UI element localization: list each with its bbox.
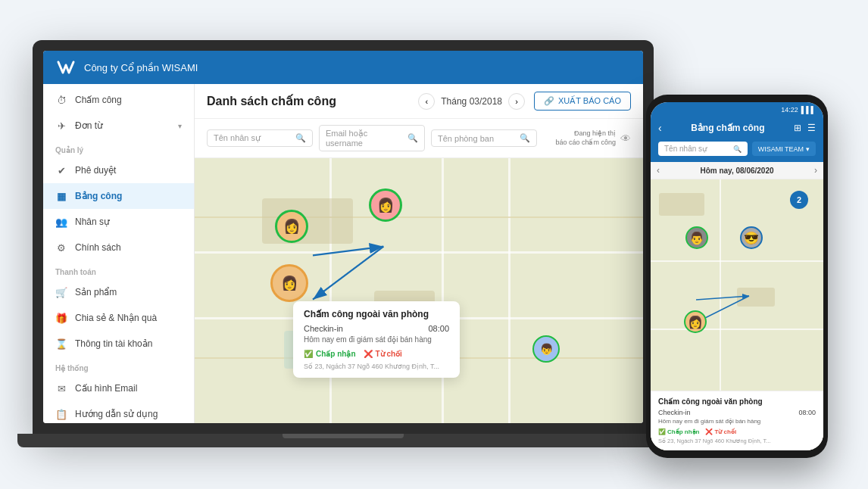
sidebar-label-dontu: Đơn từ xyxy=(75,120,103,131)
people-icon: 👥 xyxy=(55,216,67,228)
search-name-placeholder: Tên nhân sự xyxy=(214,133,261,143)
phone-next-icon[interactable]: › xyxy=(814,165,817,176)
month-nav: ‹ Tháng 03/2018 › xyxy=(418,93,525,110)
phone-status-bar: 14:22 ▌▌▌ xyxy=(651,102,823,117)
phone-accept-label: Chấp nhận xyxy=(667,428,699,435)
sidebar-item-taikhoan[interactable]: ⌛ Thông tin tài khoản xyxy=(43,331,194,357)
section-hethong: Hệ thống xyxy=(43,357,194,375)
sidebar-item-chinhsach[interactable]: ⚙ Chính sách xyxy=(43,235,194,260)
sidebar-item-bangcong[interactable]: ▦ Bảng công xyxy=(43,183,194,209)
export-button[interactable]: 🔗 XUẤT BÁO CÁO xyxy=(534,92,631,111)
face-bottomright: 👦 xyxy=(534,337,558,361)
phone-badge-2: 2 xyxy=(790,191,808,209)
chart-icon: ▦ xyxy=(55,190,67,202)
phone-search-input[interactable]: Tên nhân sự 🔍 xyxy=(658,142,748,156)
popup-title: Chấm công ngoài văn phòng xyxy=(304,309,449,319)
month-label: Tháng 03/2018 xyxy=(441,96,502,107)
face-topleft: 👩 xyxy=(277,212,306,241)
email-icon: ✉ xyxy=(55,382,67,394)
section-quanly: Quản lý xyxy=(43,139,194,157)
map-background: 👩 👩 👩 xyxy=(195,158,643,423)
search-room-input[interactable]: Tên phòng ban 🔍 xyxy=(431,129,537,147)
laptop-base xyxy=(17,434,669,447)
popup-note: Hôm nay em đi giám sát đội bán hàng xyxy=(304,335,449,344)
guide-icon: 📋 xyxy=(55,408,67,420)
sidebar-label-chamcong: Chấm công xyxy=(75,95,122,105)
sidebar-item-chamcong[interactable]: ⏱ Chấm công xyxy=(43,87,194,113)
prev-month-button[interactable]: ‹ xyxy=(418,93,435,110)
main-content: Danh sách chấm công ‹ Tháng 03/2018 › 🔗 … xyxy=(195,84,643,423)
svg-line-4 xyxy=(696,296,749,300)
face-topright: 👩 xyxy=(371,191,400,220)
sidebar-item-email[interactable]: ✉ Cấu hình Email xyxy=(43,375,194,401)
map-avatar-topright: 👩 xyxy=(369,188,402,222)
section-thanhtoan: Thanh toán xyxy=(43,260,194,279)
phone-grid-icon[interactable]: ⊞ xyxy=(794,123,801,133)
popup-checkin-time: 08:00 xyxy=(428,324,449,333)
phone-search-placeholder: Tên nhân sự xyxy=(664,145,707,153)
phone-time: 14:22 xyxy=(781,106,798,114)
accept-label: Chấp nhận xyxy=(316,350,356,358)
laptop-body: Công ty Cổ phần WISAMI ⏱ Chấm công ✈ Đơn… xyxy=(33,40,654,434)
reject-button[interactable]: ❌ Từ chối xyxy=(364,350,402,358)
accept-button[interactable]: ✅ Chấp nhận xyxy=(304,350,356,358)
phone-accept-icon: ✅ xyxy=(658,428,666,435)
phone-face2: 😎 xyxy=(742,228,761,248)
search-email-icon: 🔍 xyxy=(407,133,418,143)
clock-icon: ⏱ xyxy=(55,94,67,106)
search-name-input[interactable]: Tên nhân sự 🔍 xyxy=(207,129,313,147)
search-email-placeholder: Email hoặc username xyxy=(326,129,403,148)
sidebar-item-dontU[interactable]: ✈ Đơn từ ▾ xyxy=(43,113,194,139)
app-header: Công ty Cổ phần WISAMI xyxy=(43,51,643,84)
phone-face1: 👨 xyxy=(687,228,707,248)
sidebar-label-chiase: Chia sẻ & Nhận quà xyxy=(75,313,157,323)
sidebar: ⏱ Chấm công ✈ Đơn từ ▾ Quản lý ✔ Phê duy… xyxy=(43,84,195,423)
phone-face3: 👩 xyxy=(685,312,705,332)
next-month-button[interactable]: › xyxy=(508,93,525,110)
account-icon: ⌛ xyxy=(55,338,67,350)
gift-icon: 🎁 xyxy=(55,312,67,324)
reject-icon: ❌ xyxy=(364,350,373,358)
face-bottom: 👩 xyxy=(273,266,306,300)
phone-accept-button[interactable]: ✅ Chấp nhận xyxy=(658,428,699,435)
phone-avatar-bottom: 👩 xyxy=(684,310,707,333)
sidebar-item-huongdan[interactable]: 📋 Hướng dẫn sử dụng xyxy=(43,401,194,423)
phone-avatar-left1: 👨 xyxy=(685,226,708,249)
laptop: Công ty Cổ phần WISAMI ⏱ Chấm công ✈ Đơn… xyxy=(33,40,654,472)
gear-icon: ⚙ xyxy=(55,241,67,254)
phone-map: 2 👨 😎 👩 Chấm công ngoài văn phòng Checki… xyxy=(651,179,823,450)
sidebar-item-sanpham[interactable]: 🛒 Sản phẩm xyxy=(43,279,194,305)
phone-popup-title: Chấm công ngoài văn phòng xyxy=(658,397,816,406)
phone-team-select[interactable]: WISAMI TEAM ▾ xyxy=(752,142,816,156)
search-room-placeholder: Tên phòng ban xyxy=(438,134,494,143)
phone-reject-button[interactable]: ❌ Từ chối xyxy=(705,428,736,435)
map-avatar-bottomright: 👦 xyxy=(532,335,560,363)
display-toggle[interactable]: Đang hiện thịbáo cáo chấm công 👁 xyxy=(555,129,631,147)
sidebar-item-pheduyet[interactable]: ✔ Phê duyệt xyxy=(43,157,194,183)
chevron-icon: ▾ xyxy=(178,122,182,130)
phone-back-button[interactable]: ‹ xyxy=(658,122,662,134)
scene: Công ty Cổ phần WISAMI ⏱ Chấm công ✈ Đơn… xyxy=(17,17,851,472)
phone-date-row: ‹ Hôm nay, 08/06/2020 › xyxy=(651,162,823,179)
search-name-icon: 🔍 xyxy=(295,133,306,143)
sidebar-label-pheduyet: Phê duyệt xyxy=(75,165,116,176)
search-email-input[interactable]: Email hoặc username 🔍 xyxy=(319,125,425,151)
cart-icon: 🛒 xyxy=(55,286,67,298)
accept-icon: ✅ xyxy=(304,350,313,358)
popup-checkin-label: Checkin-in xyxy=(304,324,343,333)
map-avatar-bottom: 👩 xyxy=(270,264,308,302)
eye-icon: 👁 xyxy=(620,132,631,145)
phone-header-title: Bảng chấm công xyxy=(691,123,764,133)
sidebar-item-nhansu[interactable]: 👥 Nhân sự xyxy=(43,209,194,235)
phone-list-icon[interactable]: ☰ xyxy=(807,123,816,133)
company-name: Công ty Cổ phần WISAMI xyxy=(84,62,198,73)
sidebar-label-sanpham: Sản phẩm xyxy=(75,287,117,297)
sidebar-item-chiase[interactable]: 🎁 Chia sẻ & Nhận quà xyxy=(43,305,194,331)
export-label: XUẤT BÁO CÁO xyxy=(558,96,621,106)
phone: 14:22 ▌▌▌ ‹ Bảng chấm công ⊞ ☰ Tên nhân … xyxy=(646,95,828,458)
app-body: ⏱ Chấm công ✈ Đơn từ ▾ Quản lý ✔ Phê duy… xyxy=(43,84,643,423)
check-icon: ✔ xyxy=(55,164,67,176)
laptop-screen: Công ty Cổ phần WISAMI ⏱ Chấm công ✈ Đơn… xyxy=(43,51,643,423)
phone-popup-address: Số 23, Ngách 37 Ngõ 460 Khương Định, T..… xyxy=(658,438,816,444)
reject-label: Từ chối xyxy=(376,350,402,358)
